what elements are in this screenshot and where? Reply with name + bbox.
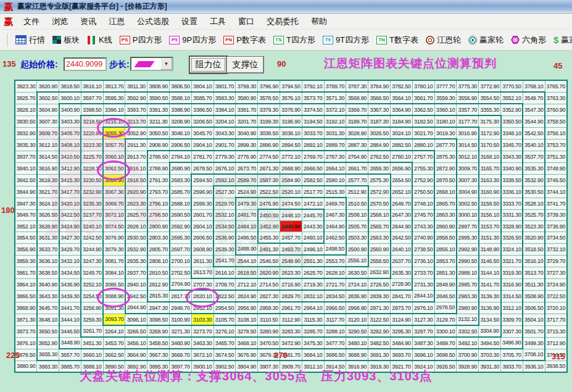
grid-cell[interactable]: 3369.70 bbox=[346, 104, 368, 115]
grid-cell[interactable]: 2529.70 bbox=[213, 198, 236, 209]
grid-cell[interactable]: 3084.10 bbox=[103, 267, 125, 278]
grid-cell[interactable]: 2733.70 bbox=[412, 267, 434, 278]
grid-cell[interactable]: 2491.30 bbox=[258, 243, 280, 255]
grid-cell[interactable]: 2668.90 bbox=[280, 162, 302, 174]
grid-cell[interactable]: 3859.30 bbox=[15, 255, 37, 267]
grid-cell[interactable]: 3465.70 bbox=[213, 337, 236, 349]
grid-cell[interactable]: 2599.30 bbox=[191, 198, 213, 209]
grid-cell[interactable]: 2980.90 bbox=[457, 302, 479, 314]
grid-cell[interactable]: 3516.10 bbox=[523, 255, 545, 267]
grid-cell[interactable]: 3571.30 bbox=[324, 92, 346, 104]
grid-cell[interactable]: 3724.90 bbox=[545, 278, 567, 290]
grid-cell[interactable]: 3792.10 bbox=[302, 80, 324, 92]
grid-cell[interactable]: 3626.50 bbox=[37, 209, 59, 221]
grid-cell[interactable]: 3307.30 bbox=[501, 325, 523, 337]
grid-cell[interactable]: 2724.10 bbox=[346, 278, 368, 290]
grid-cell[interactable]: 3564.10 bbox=[391, 92, 413, 104]
grid-cell[interactable]: 2512.90 bbox=[346, 186, 368, 198]
grid-cell[interactable]: 2541.70 bbox=[213, 255, 236, 267]
grid-cell[interactable]: 2527.30 bbox=[213, 186, 236, 198]
grid-cell[interactable]: 3196.90 bbox=[280, 115, 302, 127]
grid-cell[interactable]: 2757.70 bbox=[412, 151, 434, 162]
grid-cell[interactable]: 3403.30 bbox=[59, 115, 81, 127]
grid-cell[interactable]: 2978.50 bbox=[434, 302, 457, 314]
grid-cell[interactable]: 2546.50 bbox=[258, 255, 280, 267]
grid-cell[interactable]: 2697.70 bbox=[170, 243, 192, 255]
grid-cell[interactable]: 3616.90 bbox=[37, 162, 59, 174]
grid-cell[interactable]: 3312.10 bbox=[501, 302, 523, 314]
grid-cell[interactable]: 2666.50 bbox=[302, 162, 324, 174]
grid-cell[interactable]: 3554.50 bbox=[479, 92, 501, 104]
grid-cell[interactable]: 3216.10 bbox=[103, 115, 125, 127]
grid-cell[interactable]: 3122.50 bbox=[368, 314, 391, 325]
grid-cell[interactable]: 2656.90 bbox=[391, 162, 413, 174]
grid-cell[interactable]: 3160.90 bbox=[479, 186, 501, 198]
toolbar-item[interactable]: PNP数字表 bbox=[220, 35, 270, 46]
grid-cell[interactable]: 3218.50 bbox=[81, 115, 103, 127]
grid-cell[interactable]: 3432.10 bbox=[59, 255, 81, 267]
toolbar-item[interactable]: PSP四方形 bbox=[116, 35, 166, 46]
grid-cell[interactable]: 3199.30 bbox=[258, 115, 280, 127]
grid-cell[interactable]: 3542.50 bbox=[523, 127, 545, 139]
grid-cell[interactable]: 3427.30 bbox=[59, 232, 81, 244]
grid-cell[interactable]: 2743.30 bbox=[412, 221, 434, 232]
grid-cell[interactable]: 3619.30 bbox=[37, 174, 59, 186]
grid-cell[interactable]: 3033.70 bbox=[302, 127, 324, 139]
grid-cell[interactable]: 3184.90 bbox=[391, 115, 413, 127]
grid-cell[interactable]: 3076.90 bbox=[103, 232, 125, 244]
grid-cell[interactable]: 3302.50 bbox=[457, 325, 479, 337]
grid-cell[interactable]: 2563.30 bbox=[368, 232, 391, 244]
grid-cell[interactable]: 2443.30 bbox=[302, 221, 324, 232]
grid-cell[interactable]: 2772.10 bbox=[280, 151, 302, 162]
grid-cell[interactable]: 3708.10 bbox=[523, 349, 545, 361]
grid-cell[interactable]: 3561.70 bbox=[412, 92, 434, 104]
grid-cell[interactable]: 2570.50 bbox=[368, 198, 391, 209]
toolbar-item[interactable]: K线 bbox=[83, 35, 116, 46]
grid-cell[interactable]: 3439.30 bbox=[59, 290, 81, 302]
grid-cell[interactable]: 3568.90 bbox=[346, 92, 368, 104]
grid-cell[interactable]: 2937.70 bbox=[125, 267, 147, 278]
grid-cell[interactable]: 2796.10 bbox=[147, 198, 170, 209]
grid-cell[interactable]: 2976.10 bbox=[412, 302, 434, 314]
grid-cell[interactable]: 2654.50 bbox=[391, 174, 413, 186]
grid-cell[interactable]: 2889.70 bbox=[324, 139, 346, 151]
grid-cell[interactable]: 2692.90 bbox=[170, 221, 192, 232]
grid-cell[interactable]: 3468.10 bbox=[236, 337, 258, 349]
grid-cell[interactable]: 3441.70 bbox=[59, 302, 81, 314]
menu-item[interactable]: 窗口 bbox=[232, 15, 260, 28]
grid-cell[interactable]: 3804.10 bbox=[191, 80, 213, 92]
grid-cell[interactable]: 2940.10 bbox=[125, 278, 147, 290]
grid-cell[interactable]: 3684.10 bbox=[302, 349, 324, 361]
grid-cell[interactable]: 2630.50 bbox=[346, 267, 368, 278]
grid-cell[interactable]: 2486.50 bbox=[236, 232, 258, 244]
grid-cell[interactable]: 3093.70 bbox=[103, 314, 125, 325]
grid-cell[interactable]: 2642.50 bbox=[391, 232, 413, 244]
grid-cell[interactable]: 2582.50 bbox=[302, 174, 324, 186]
grid-cell[interactable]: 2719.30 bbox=[302, 278, 324, 290]
grid-cell[interactable]: 2899.30 bbox=[236, 139, 258, 151]
grid-cell[interactable]: 2805.70 bbox=[147, 243, 170, 255]
grid-cell[interactable]: 2880.10 bbox=[412, 139, 434, 151]
grid-cell[interactable]: 3115.30 bbox=[302, 314, 324, 325]
grid-cell[interactable]: 3204.10 bbox=[213, 115, 236, 127]
grid-cell[interactable]: 3429.70 bbox=[59, 243, 81, 255]
grid-cell[interactable]: 3345.70 bbox=[501, 139, 523, 151]
grid-cell[interactable]: 3638.50 bbox=[37, 267, 59, 278]
grid-cell[interactable]: 3852.10 bbox=[15, 221, 37, 232]
grid-cell[interactable]: 3691.30 bbox=[368, 349, 391, 361]
grid-cell[interactable]: 2865.70 bbox=[434, 198, 457, 209]
grid-cell[interactable]: 2882.50 bbox=[391, 139, 413, 151]
grid-cell[interactable]: 2479.30 bbox=[236, 198, 258, 209]
grid-cell[interactable]: 2896.90 bbox=[258, 139, 280, 151]
grid-cell[interactable]: 3537.70 bbox=[523, 151, 545, 162]
grid-cell[interactable]: 3753.70 bbox=[545, 139, 567, 151]
grid-cell[interactable]: 3261.70 bbox=[81, 325, 103, 337]
grid-cell[interactable]: 3528.10 bbox=[523, 198, 545, 209]
grid-cell[interactable]: 3808.90 bbox=[147, 80, 170, 92]
grid-cell[interactable]: 2892.10 bbox=[302, 139, 324, 151]
toolbar-item[interactable]: P99P四方形 bbox=[165, 35, 220, 46]
grid-cell[interactable]: 3643.30 bbox=[37, 290, 59, 302]
grid-cell[interactable]: 3172.90 bbox=[479, 127, 501, 139]
grid-cell[interactable]: 2500.90 bbox=[346, 243, 368, 255]
grid-cell[interactable]: 2587.30 bbox=[258, 174, 280, 186]
